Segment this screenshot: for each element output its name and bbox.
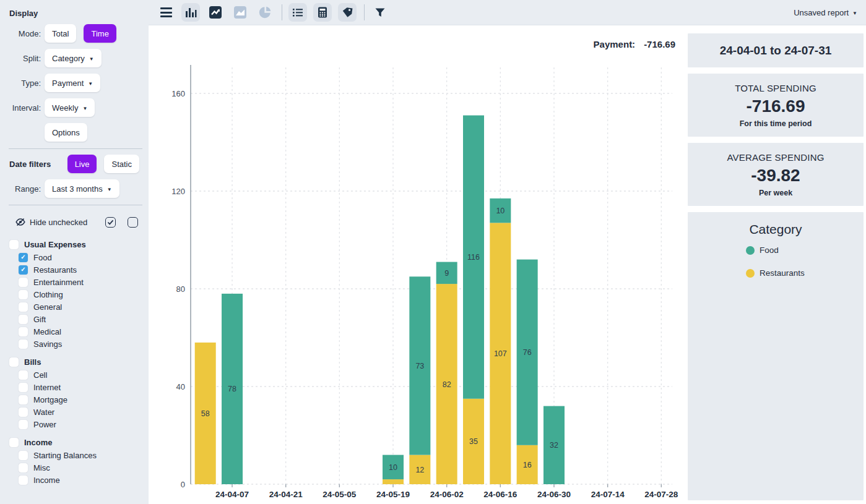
category-label: Food [33,253,52,262]
hide-unchecked-label: Hide unchecked [30,218,87,227]
total-spending-value: -716.69 [747,96,805,116]
list-icon [291,6,305,19]
chevron-down-icon: ▼ [88,81,93,87]
type-value: Payment [52,79,84,88]
date-static-button[interactable]: Static [104,155,139,173]
unsaved-report-label: Unsaved report [794,8,849,17]
category-checkbox-restaurants[interactable] [19,265,28,275]
total-spending-title: TOTAL SPENDING [735,83,816,93]
category-label: Cell [33,370,47,380]
group-label: Bills [24,357,41,367]
x-axis-label: 24-07-14 [591,490,625,499]
interval-select[interactable]: Weekly ▼ [45,98,95,117]
category-item-income: Income [0,474,149,486]
mode-time-button[interactable]: Time [84,24,116,43]
range-select[interactable]: Last 3 months ▼ [45,179,119,198]
deselect-all-button[interactable] [128,217,138,228]
category-checkbox-clothing[interactable] [19,290,28,299]
date-filters-title: Date filters [9,160,51,169]
legend-color-dot [746,269,755,278]
bar-value-label: 9 [444,269,449,278]
category-item-starting-balances: Starting Balances [0,449,149,461]
type-row: Type: Payment ▼ [0,74,149,92]
x-axis-label: 24-05-19 [376,490,410,499]
report-settings-sidebar: Display Mode: Total Time Split: Category… [0,0,149,504]
average-spending-subtitle: Per week [759,189,792,197]
show-summary-button[interactable] [313,3,332,22]
category-checkbox-starting-balances[interactable] [19,451,28,460]
bar-value-label: 58 [201,409,210,418]
category-checkbox-gift[interactable] [19,315,28,324]
category-item-misc: Misc [0,461,149,474]
legend-label: Restaurants [760,268,805,278]
bar-chart-button[interactable] [181,3,200,22]
select-all-button[interactable] [105,217,116,228]
category-checkbox-entertainment[interactable] [19,278,28,287]
split-select[interactable]: Category ▼ [45,49,102,67]
type-select[interactable]: Payment ▼ [45,74,100,92]
category-label: Power [33,420,56,429]
category-checkbox-internet[interactable] [19,383,28,392]
category-checkbox-misc[interactable] [19,463,28,472]
show-labels-button[interactable] [338,3,357,22]
calculator-icon [316,6,329,19]
menu-icon [160,7,172,17]
options-row: Options [0,123,149,142]
bar-value-label: 16 [523,461,532,469]
show-legend-button[interactable] [288,3,307,22]
group-checkbox-income[interactable] [9,438,19,447]
summary-panel: 24-04-01 to 24-07-31 TOTAL SPENDING -716… [688,33,864,500]
spending-bar-chart[interactable]: 0408012016024-04-0724-04-2124-05-0524-05… [149,25,687,504]
y-axis-label: 120 [171,187,185,196]
donut-chart-button[interactable] [256,3,274,22]
area-chart-button[interactable] [231,3,249,22]
date-range-card: 24-04-01 to 24-07-31 [688,33,864,67]
menu-button[interactable] [157,3,175,22]
category-item-mortgage: Mortgage [0,393,149,406]
category-checkbox-savings[interactable] [19,340,28,349]
add-filter-button[interactable] [371,3,389,22]
bar-value-label: 73 [415,362,424,370]
category-item-cell: Cell [0,369,149,381]
category-label: Water [33,408,54,417]
report-main-area: Payment: -716.69 0408012016024-04-0724-0… [149,25,866,504]
unsaved-report-menu[interactable]: Unsaved report ▼ [794,8,857,17]
bar-value-label: 76 [523,348,532,357]
category-checkbox-food[interactable] [19,253,28,262]
category-item-medical: Medical [0,325,149,338]
legend-title: Category [688,222,864,237]
line-chart-button[interactable] [206,3,225,22]
toolbar-divider [364,4,365,20]
group-checkbox-bills[interactable] [9,357,19,367]
category-item-food: Food [0,251,149,263]
category-checkbox-cell[interactable] [19,370,28,380]
x-axis-label: 24-06-16 [483,490,517,499]
legend-card: Category FoodRestaurants [688,212,864,500]
check-icon [107,219,114,226]
bar-segment-restaurants[interactable] [383,479,404,484]
group-label: Usual Expenses [24,240,86,249]
group-label: Income [24,438,53,447]
category-group-usual-expenses: Usual Expenses [0,237,149,251]
category-item-savings: Savings [0,338,149,350]
category-item-general: General [0,301,149,313]
category-label: General [33,302,62,312]
category-checkbox-water[interactable] [19,408,28,417]
category-checkbox-general[interactable] [19,302,28,312]
range-value: Last 3 months [52,184,103,194]
category-checkbox-medical[interactable] [19,327,28,336]
type-label: Type: [0,79,41,88]
date-live-button[interactable]: Live [67,155,97,173]
category-label: Entertainment [33,278,84,287]
eye-slash-icon [15,217,25,227]
category-label: Medical [33,327,61,336]
interval-value: Weekly [52,103,78,113]
group-checkbox-usual-expenses[interactable] [9,240,19,249]
category-checkbox-income[interactable] [19,476,28,485]
mode-total-button[interactable]: Total [45,24,76,43]
category-checkbox-mortgage[interactable] [19,395,28,404]
category-checkbox-power[interactable] [19,420,28,429]
options-button[interactable]: Options [45,123,87,142]
y-axis-label: 160 [171,89,185,98]
hide-unchecked-row: Hide unchecked [15,215,138,229]
